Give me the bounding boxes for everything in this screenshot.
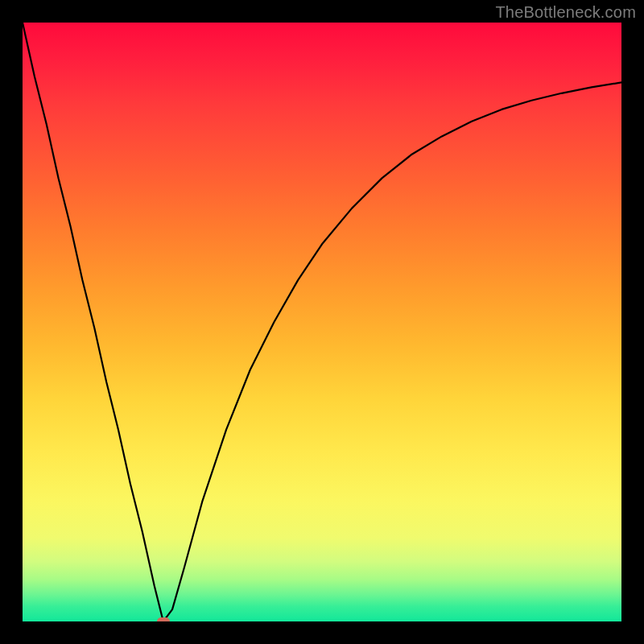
chart-frame: TheBottleneck.com	[0, 0, 644, 644]
optimal-point-marker	[157, 617, 170, 621]
watermark-text: TheBottleneck.com	[495, 3, 636, 22]
curve-path	[23, 23, 621, 621]
plot-area	[23, 23, 621, 621]
bottleneck-curve	[23, 23, 621, 621]
